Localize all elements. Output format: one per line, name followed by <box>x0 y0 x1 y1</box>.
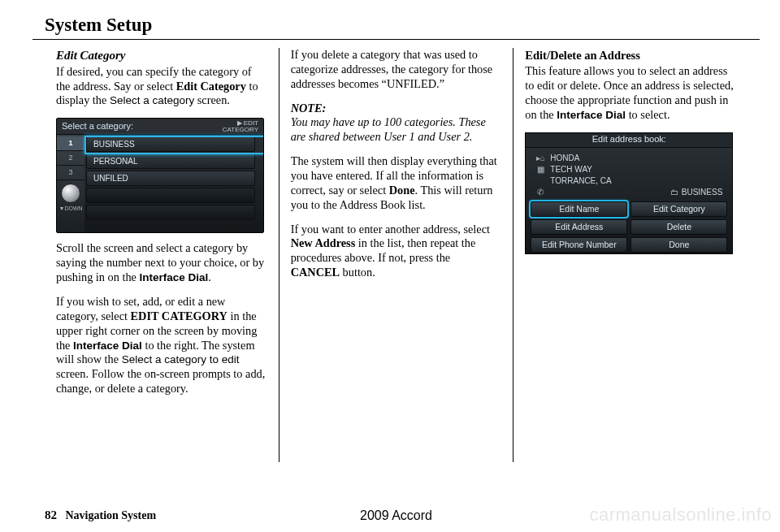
shot2-btn-edit-name: Edit Name <box>531 201 627 217</box>
page-title: System Setup <box>45 15 748 36</box>
screenshot-select-category: Select a category: ▶ EDIT CATEGORY 1 2 3… <box>56 118 264 233</box>
shot1-row-unfiled: UNFILED <box>86 171 255 186</box>
col2-note: NOTE: You may have up to 100 categories.… <box>291 102 502 145</box>
shot1-num-1: 1 <box>57 136 84 151</box>
footer-left: 82 Navigation System <box>45 508 156 522</box>
shot1-num-3: 3 <box>57 166 84 180</box>
note-label: NOTE: <box>291 102 327 115</box>
shot1-title: Select a category: <box>62 121 133 132</box>
shot2-btn-edit-category: Edit Category <box>630 201 727 217</box>
text: If you want to enter another address, se… <box>291 223 490 236</box>
column-2: If you delete a category that was used t… <box>279 48 514 462</box>
shot1-list: BUSINESS PERSONAL UNFILED . . <box>84 135 263 233</box>
shot1-row-business: BUSINESS <box>86 136 255 152</box>
shot2-info: ▸⌂HONDA ▦TECH WAY TORRANCE, CA ✆ 🗀 BUSIN… <box>526 148 732 201</box>
text: to select. <box>626 108 670 121</box>
text-sans: Select a category to edit <box>122 353 240 365</box>
text-bold: EDIT CATEGORY <box>131 309 228 322</box>
shot2-btn-delete: Delete <box>630 219 727 235</box>
text-bold: New Address <box>291 236 356 249</box>
page-number: 82 <box>45 508 57 521</box>
shot1-row-empty: . <box>86 188 255 203</box>
shot1-num-2: 2 <box>57 151 84 166</box>
shot2-btn-edit-phone: Edit Phone Number <box>531 237 627 253</box>
shot2-grid: Edit Name Edit Category Edit Address Del… <box>526 201 732 254</box>
shot1-row-empty: . <box>86 205 255 220</box>
title-rule <box>32 39 760 40</box>
shot2-cat: BUSINESS <box>682 188 723 197</box>
screenshot-edit-address-book: Edit address book: ▸⌂HONDA ▦TECH WAY TOR… <box>525 132 733 254</box>
building-icon: ▦ <box>535 164 545 175</box>
col2-para1: If you delete a category that was used t… <box>291 48 502 92</box>
shot1-titlebar: Select a category: ▶ EDIT CATEGORY <box>57 119 263 135</box>
columns: Edit Category If desired, you can specif… <box>45 48 748 462</box>
footer-section: Navigation System <box>66 509 157 521</box>
phone-icon: ✆ <box>535 187 545 198</box>
column-3: Edit/Delete an Address This feature allo… <box>513 48 748 462</box>
home-icon: ▸⌂ <box>535 153 545 164</box>
shot1-down: ▼DOWN <box>58 205 82 213</box>
text-sans: Select a category <box>110 94 194 106</box>
text: CATEGORY <box>223 126 258 133</box>
folder-icon: 🗀 <box>670 187 679 198</box>
text: screen. Follow the on-screen prompts to … <box>56 367 265 395</box>
shot1-row-personal: PERSONAL <box>86 154 255 169</box>
text: button. <box>340 266 375 279</box>
shot2-honda: HONDA <box>550 153 579 164</box>
text-bold: Edit Category <box>176 80 246 93</box>
col3-para1: This feature allows you to select an add… <box>525 64 736 122</box>
footer-model: 2009 Accord <box>360 508 432 523</box>
shot2-title: Edit address book: <box>526 133 732 148</box>
shot2-btn-edit-address: Edit Address <box>531 219 627 235</box>
col2-para2: The system will then display everything … <box>291 154 502 212</box>
shot2-btn-done: Done <box>630 237 727 253</box>
text-bold-sans: Interface Dial <box>73 340 142 352</box>
shot1-knob-icon <box>61 184 80 203</box>
text-bold-sans: Interface Dial <box>139 271 208 283</box>
col1-para3: If you wish to set, add, or edit a new c… <box>56 295 267 396</box>
shot1-side: 1 2 3 ▼DOWN <box>57 135 84 233</box>
shot1-editcat: ▶ EDIT CATEGORY <box>223 120 258 133</box>
text-bold-sans: Interface Dial <box>557 109 626 121</box>
shot2-city: TORRANCE, CA <box>550 175 611 187</box>
heading-edit-delete-address: Edit/Delete an Address <box>525 48 736 63</box>
col1-para1: If desired, you can specify the category… <box>56 65 267 109</box>
shot2-tech: TECH WAY <box>550 164 592 175</box>
text: . <box>208 270 211 283</box>
column-1: Edit Category If desired, you can specif… <box>45 48 279 462</box>
col1-para2: Scroll the screen and select a category … <box>56 241 267 285</box>
note-body: You may have up to 100 categories. These… <box>291 115 486 143</box>
text-bold: CANCEL <box>291 266 340 279</box>
heading-edit-category: Edit Category <box>56 48 267 63</box>
text: screen. <box>194 93 230 106</box>
text-bold: Done <box>389 184 415 197</box>
col2-para3: If you want to enter another address, se… <box>291 223 502 280</box>
footer: 82 Navigation System 2009 Accord <box>45 508 748 522</box>
